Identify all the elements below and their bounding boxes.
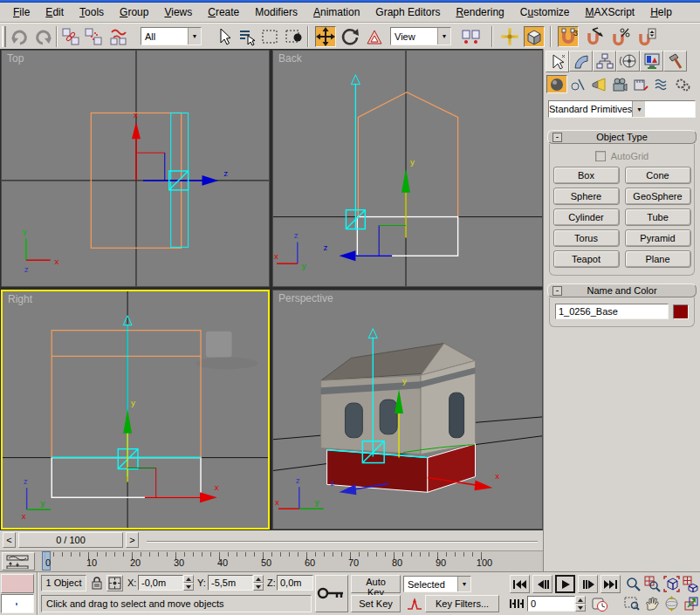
zoom-region-icon[interactable]: [621, 594, 642, 613]
viewport-top[interactable]: x z y x z Top: [1, 50, 270, 287]
viewport-top-canvas[interactable]: x z y x z: [2, 51, 269, 286]
z-coordinate-field[interactable]: 0,0m: [277, 575, 313, 591]
time-slider-track[interactable]: [147, 541, 538, 543]
primitive-category-dropdown[interactable]: Standard Primitives ▼: [548, 100, 696, 118]
go-to-end-button[interactable]: [600, 575, 621, 593]
window-crossing-toggle-icon[interactable]: [284, 26, 305, 47]
category-helpers-icon[interactable]: [630, 75, 651, 93]
menu-group[interactable]: Group: [112, 3, 156, 22]
category-geometry-icon[interactable]: [546, 75, 567, 93]
geosphere-button[interactable]: GeoSphere: [625, 188, 691, 205]
tab-motion[interactable]: [616, 51, 640, 72]
snaps-toggle-icon[interactable]: 3: [558, 26, 579, 47]
viewport-perspective[interactable]: y x z z x y Perspectiv: [272, 290, 543, 530]
mini-curve-editor-button[interactable]: [2, 552, 35, 571]
tube-button[interactable]: Tube: [625, 208, 691, 226]
menu-edit[interactable]: Edit: [38, 3, 72, 22]
category-space-warps-icon[interactable]: [651, 75, 672, 93]
cone-button[interactable]: Cone: [625, 167, 691, 184]
set-keys-button[interactable]: [315, 575, 348, 612]
absolute-mode-toggle-icon[interactable]: [106, 575, 123, 591]
menu-help[interactable]: Help: [642, 3, 680, 22]
move-gizmo[interactable]: y x: [118, 316, 219, 502]
menu-modifiers[interactable]: Modifiers: [247, 3, 305, 22]
menu-graph-editors[interactable]: Graph Editors: [367, 3, 448, 22]
menu-views[interactable]: Views: [156, 3, 200, 22]
pyramid-button[interactable]: Pyramid: [625, 229, 691, 247]
chevron-down-icon[interactable]: ▼: [437, 28, 450, 44]
default-in-out-tangents-icon[interactable]: [404, 595, 424, 614]
zoom-extents-all-icon[interactable]: [681, 574, 700, 593]
select-and-move-icon[interactable]: [315, 26, 336, 47]
category-systems-icon[interactable]: [672, 75, 693, 93]
select-and-manipulate-icon[interactable]: [499, 26, 520, 47]
menu-file[interactable]: File: [5, 3, 38, 22]
object-color-swatch[interactable]: [673, 304, 689, 319]
previous-frame-arrow[interactable]: <: [3, 532, 16, 548]
name-color-rollout-header[interactable]: - Name and Color: [547, 284, 697, 297]
y-coordinate-field[interactable]: -5,5m: [208, 575, 253, 591]
chevron-down-icon[interactable]: ▼: [457, 577, 470, 591]
time-slider-handle[interactable]: 0 / 100: [18, 532, 123, 548]
time-configuration-icon[interactable]: [590, 595, 610, 614]
menu-maxscript[interactable]: MAXScript: [578, 3, 643, 22]
tab-utilities[interactable]: [663, 51, 687, 72]
select-and-scale-icon[interactable]: [364, 26, 385, 47]
viewport-right-canvas[interactable]: y x z y x: [3, 291, 268, 528]
toolbar-grab-handle[interactable]: [2, 26, 6, 47]
plane-button[interactable]: Plane: [625, 250, 691, 268]
auto-key-button[interactable]: Auto Key: [351, 575, 401, 593]
chevron-down-icon[interactable]: ▼: [188, 28, 201, 44]
category-lights-icon[interactable]: [588, 75, 609, 93]
viewport-label-right[interactable]: Right: [8, 293, 32, 305]
tab-display[interactable]: [640, 51, 663, 72]
select-and-rotate-icon[interactable]: [340, 26, 360, 47]
select-and-link-icon[interactable]: [60, 26, 81, 47]
previous-frame-button[interactable]: [532, 575, 552, 593]
collapse-icon[interactable]: -: [552, 286, 562, 296]
spinner-snap-toggle-icon[interactable]: [636, 26, 657, 47]
object-type-rollout-header[interactable]: - Object Type: [547, 130, 697, 144]
zoom-icon[interactable]: [623, 574, 643, 593]
frame-spinner[interactable]: [575, 596, 586, 612]
tab-modify[interactable]: [569, 51, 593, 72]
go-to-start-button[interactable]: [510, 575, 530, 593]
angle-snap-toggle-icon[interactable]: [584, 26, 605, 47]
cylinder-button[interactable]: Cylinder: [553, 208, 620, 226]
viewport-label-perspective[interactable]: Perspective: [278, 292, 333, 304]
menu-create[interactable]: Create: [200, 3, 247, 22]
box-button[interactable]: Box: [553, 167, 620, 184]
redo-icon[interactable]: [32, 26, 53, 47]
selection-lock-icon[interactable]: [91, 576, 103, 591]
menu-customize[interactable]: Customize: [512, 3, 578, 22]
zoom-all-icon[interactable]: [642, 574, 662, 593]
percent-snap-toggle-icon[interactable]: [610, 26, 631, 47]
reference-coordinate-system-dropdown[interactable]: View ▼: [390, 27, 451, 45]
viewport-label-back[interactable]: Back: [278, 52, 302, 65]
select-by-name-icon[interactable]: [237, 26, 257, 47]
use-pivot-point-center-icon[interactable]: [458, 26, 484, 47]
move-gizmo[interactable]: x z: [132, 110, 228, 189]
torus-button[interactable]: Torus: [553, 229, 620, 247]
object-name-input[interactable]: 1_0256_Base: [555, 304, 669, 319]
viewport-back-canvas[interactable]: y z z x y: [273, 51, 542, 286]
key-mode-toggle-icon[interactable]: [506, 594, 526, 613]
next-frame-arrow[interactable]: >: [126, 532, 139, 548]
unlink-selection-icon[interactable]: [83, 26, 104, 47]
key-filters-button[interactable]: Key Filters...: [425, 595, 499, 612]
bind-to-space-warp-icon[interactable]: [107, 26, 128, 47]
chevron-down-icon[interactable]: ▼: [632, 101, 645, 117]
pan-hand-icon[interactable]: [642, 594, 662, 613]
next-frame-button[interactable]: [578, 575, 598, 593]
y-spinner[interactable]: [253, 575, 264, 591]
keyboard-shortcut-override-icon[interactable]: [524, 26, 545, 47]
menu-rendering[interactable]: Rendering: [448, 3, 511, 22]
macro-recorder-pane[interactable]: [1, 574, 34, 593]
select-object-icon[interactable]: [214, 26, 235, 47]
viewport-perspective-canvas[interactable]: y x z z x y: [273, 290, 542, 529]
undo-icon[interactable]: [10, 26, 31, 47]
play-animation-button[interactable]: [555, 575, 575, 593]
category-cameras-icon[interactable]: [609, 75, 630, 93]
sphere-button[interactable]: Sphere: [553, 188, 620, 205]
move-gizmo[interactable]: y z: [324, 75, 415, 261]
